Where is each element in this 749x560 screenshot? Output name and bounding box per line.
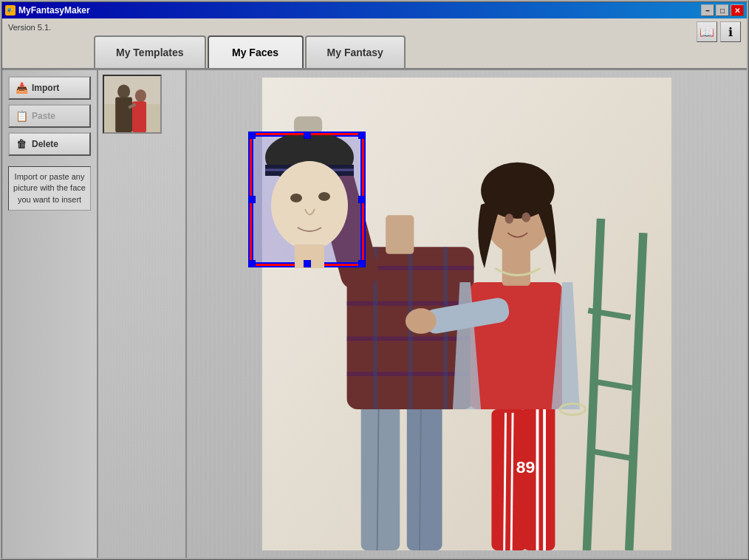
delete-button[interactable]: 🗑 Delete	[8, 132, 91, 156]
svg-point-50	[271, 161, 348, 250]
svg-point-45	[522, 212, 530, 222]
svg-line-36	[511, 413, 513, 550]
handle-top-middle[interactable]	[304, 132, 311, 139]
paste-button[interactable]: 📋 Paste	[8, 104, 91, 128]
import-button[interactable]: 📥 Import	[8, 76, 91, 100]
svg-line-35	[505, 413, 506, 550]
import-icon: 📥	[16, 82, 27, 94]
app-title: MyFantasyMaker	[18, 5, 90, 16]
menu-area: Version 5.1. My Templates My Faces My Fa…	[2, 18, 747, 69]
info-icon: ℹ	[728, 25, 733, 39]
maximize-button[interactable]: □	[716, 4, 729, 16]
tabs-container: My Templates My Faces My Fantasy	[91, 18, 697, 68]
book-button[interactable]: 📖	[697, 21, 717, 42]
handle-middle-right[interactable]	[358, 196, 366, 203]
handle-bottom-right[interactable]	[358, 260, 366, 267]
minimize-button[interactable]: –	[701, 4, 714, 16]
title-bar: 🎭 MyFantasyMaker – □ ✕	[2, 2, 747, 18]
svg-point-44	[505, 214, 513, 223]
photo-container: 89	[194, 78, 739, 550]
toolbar-right: 📖 ℹ	[697, 18, 747, 42]
tab-my-fantasy[interactable]: My Fantasy	[305, 35, 406, 68]
thumbnail-item[interactable]	[103, 75, 162, 134]
svg-point-40	[406, 308, 437, 333]
main-window: 🎭 MyFantasyMaker – □ ✕ Version 5.1. My T…	[0, 0, 749, 560]
hint-box: Import or paste any picture with the fac…	[8, 166, 91, 211]
delete-icon: 🗑	[16, 138, 27, 150]
svg-rect-14	[361, 395, 400, 550]
svg-point-52	[318, 192, 330, 201]
title-bar-left: 🎭 MyFantasyMaker	[5, 5, 90, 16]
handle-top-right[interactable]	[358, 132, 366, 139]
face-selection-box[interactable]	[250, 133, 364, 266]
canvas-area[interactable]: 89	[187, 70, 747, 558]
info-button[interactable]: ℹ	[720, 21, 741, 42]
handle-bottom-middle[interactable]	[304, 260, 311, 267]
handle-middle-left[interactable]	[248, 196, 256, 203]
svg-point-2	[117, 84, 130, 98]
version-label: Version 5.1.	[2, 18, 91, 35]
book-icon: 📖	[700, 25, 714, 39]
svg-rect-3	[115, 98, 132, 133]
paste-icon: 📋	[16, 110, 27, 122]
handle-bottom-left[interactable]	[248, 260, 256, 267]
thumbnail-panel	[98, 70, 187, 558]
svg-rect-32	[491, 409, 527, 550]
main-content: 📥 Import 📋 Paste 🗑 Delete Import or past…	[2, 69, 747, 558]
sidebar: 📥 Import 📋 Paste 🗑 Delete Import or past…	[2, 70, 98, 558]
svg-point-4	[135, 89, 146, 102]
svg-point-51	[290, 194, 302, 202]
close-button[interactable]: ✕	[731, 4, 744, 16]
tab-my-templates[interactable]: My Templates	[94, 35, 206, 68]
svg-text:89: 89	[516, 457, 535, 477]
window-controls: – □ ✕	[701, 4, 744, 16]
handle-top-left[interactable]	[248, 132, 256, 139]
svg-rect-30	[386, 215, 414, 254]
app-icon: 🎭	[5, 5, 16, 16]
tab-my-faces[interactable]: My Faces	[208, 35, 304, 68]
svg-rect-15	[407, 402, 442, 550]
